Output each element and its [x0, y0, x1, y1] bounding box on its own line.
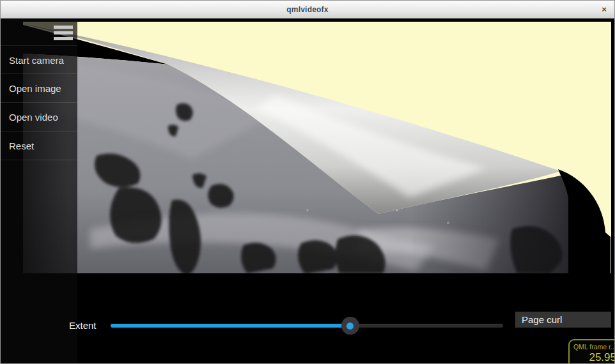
fps-label: QML frame r... [570, 343, 614, 351]
hamburger-menu-icon[interactable] [54, 26, 73, 43]
close-icon[interactable]: × [599, 4, 609, 15]
sidebar-item-open-image[interactable]: Open image [1, 74, 77, 103]
fps-value: 25.95 [570, 351, 614, 363]
slider-fill [111, 324, 350, 328]
main-area: Start camera Open image Open video Reset… [1, 19, 614, 363]
slider-handle[interactable] [341, 317, 359, 335]
fps-overlay: QML frame r... 25.95 [568, 339, 614, 363]
effect-selector-button[interactable]: Page curl [515, 312, 611, 328]
titlebar: qmlvideofx × [1, 1, 614, 19]
app-window: qmlvideofx × [0, 0, 615, 364]
slider-handle-dot [346, 322, 354, 330]
extent-label: Extent [69, 320, 97, 331]
sidebar: Start camera Open image Open video Reset [1, 19, 77, 363]
window-title: qmlvideofx [1, 5, 614, 14]
sidebar-item-reset[interactable]: Reset [1, 132, 77, 160]
sidebar-item-start-camera[interactable]: Start camera [1, 45, 77, 74]
sidebar-menu: Start camera Open image Open video Reset [1, 45, 77, 160]
sidebar-item-open-video[interactable]: Open video [1, 103, 77, 132]
extent-slider[interactable] [111, 315, 503, 335]
